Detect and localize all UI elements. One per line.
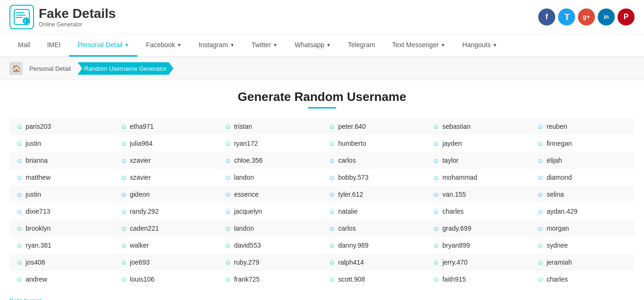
username-item[interactable]: ☺tyler.612 [322,186,426,203]
username-item[interactable]: ☺ralph414 [322,254,426,271]
breadcrumb-home[interactable]: 🏠 [9,62,23,75]
user-icon: ☺ [537,157,543,164]
twitter-icon[interactable]: 𝕋 [558,8,575,25]
svg-rect-3 [16,17,23,18]
username-item[interactable]: ☺frank725 [218,271,322,288]
username-text: finnegan [547,140,572,147]
username-item[interactable]: ☺aydan.429 [530,203,635,220]
username-item[interactable]: ☺mohammad [426,169,531,186]
username-item[interactable]: ☺tristan [218,118,322,135]
username-item[interactable]: ☺jacquelyn [218,203,322,220]
username-item[interactable]: ☺reuben [530,118,635,135]
username-item[interactable]: ☺finnegan [530,135,635,152]
username-item[interactable]: ☺peter.640 [322,118,426,135]
username-item[interactable]: ☺justin [9,135,114,152]
username-item[interactable]: ☺ryan172 [218,135,322,152]
username-text: diamond [547,174,572,181]
username-item[interactable]: ☺danny.989 [322,237,426,254]
username-item[interactable]: ☺elijah [530,152,635,169]
username-item[interactable]: ☺louis106 [114,271,218,288]
username-item[interactable]: ☺jos408 [9,254,114,271]
nav-facebook[interactable]: Facebook ▼ [137,34,190,57]
username-item[interactable]: ☺david553 [218,237,322,254]
username-item[interactable]: ☺scott.908 [322,271,426,288]
user-icon: ☺ [16,258,23,266]
nav-instagram[interactable]: Instagram ▼ [190,34,243,57]
username-item[interactable]: ☺chloe.356 [218,152,322,169]
breadcrumb-random-username: Random Username Generator [77,62,173,75]
username-item[interactable]: ☺carlos [322,152,426,169]
username-item[interactable]: ☺joe693 [114,254,218,271]
username-item[interactable]: ☺diamond [530,169,635,186]
user-icon: ☺ [16,275,23,283]
username-item[interactable]: ☺humberto [322,135,426,152]
username-item[interactable]: ☺faith915 [426,271,531,288]
user-icon: ☺ [224,258,231,266]
nav-hangouts[interactable]: Hangouts ▼ [454,34,506,57]
username-item[interactable]: ☺brianna [9,152,114,169]
nav-text-messenger[interactable]: Text Messenger ▼ [384,34,454,57]
breadcrumb-personal-detail[interactable]: Personal Detail [23,62,77,75]
nav-twitter[interactable]: Twitter ▼ [243,34,286,57]
username-item[interactable]: ☺bobby.573 [322,169,426,186]
username-item[interactable]: ☺landon [218,220,322,237]
user-icon: ☺ [224,242,231,249]
username-item[interactable]: ☺dixie713 [9,203,114,220]
username-item[interactable]: ☺jayden [426,135,531,152]
username-item[interactable]: ☺xzavier [114,169,218,186]
nav-whatsapp[interactable]: Whatsapp ▼ [286,34,339,57]
username-item[interactable]: ☺grady.699 [426,220,531,237]
username-item[interactable]: ☺xzavier [114,152,218,169]
user-icon: ☺ [224,140,231,147]
username-item[interactable]: ☺essence [218,186,322,203]
username-item[interactable]: ☺van.155 [426,186,531,203]
user-icon: ☺ [329,258,335,266]
username-text: scott.908 [338,275,365,283]
username-item[interactable]: ☺bryan899 [426,237,531,254]
username-item[interactable]: ☺ruby.279 [218,254,322,271]
username-item[interactable]: ☺gideon [114,186,218,203]
username-item[interactable]: ☺sydnee [530,237,635,254]
nav-hangouts-arrow: ▼ [492,42,497,48]
nav-imei[interactable]: IMEI [39,34,69,57]
username-item[interactable]: ☺brooklyn [9,220,114,237]
username-text: justin [25,140,41,147]
username-item[interactable]: ☺natalie [322,203,426,220]
username-item[interactable]: ☺morgan [530,220,635,237]
username-item[interactable]: ☺taylor [426,152,531,169]
username-item[interactable]: ☺ryan.381 [9,237,114,254]
username-item[interactable]: ☺charles [426,203,531,220]
username-text: essence [234,191,259,198]
username-item[interactable]: ☺jerry.470 [426,254,531,271]
username-item[interactable]: ☺etha971 [114,118,218,135]
username-item[interactable]: ☺paris203 [9,118,114,135]
username-item[interactable]: ☺julia964 [114,135,218,152]
username-text: matthew [25,174,51,181]
username-text: carlos [338,157,356,164]
data-format-link[interactable]: Data format [9,292,635,300]
nav-telegram[interactable]: Telegram [339,34,384,57]
user-icon: ☺ [329,242,335,249]
username-item[interactable]: ☺sebastian [426,118,531,135]
facebook-icon[interactable]: f [538,8,555,25]
pinterest-icon[interactable]: P [618,8,635,25]
username-item[interactable]: ☺landon [218,169,322,186]
nav-personal-detail-arrow: ▼ [124,42,129,48]
linkedin-icon[interactable]: in [598,8,615,25]
username-item[interactable]: ☺jeramiah [530,254,635,271]
nav-personal-detail[interactable]: Personal Detail ▼ [69,34,137,57]
nav-mail[interactable]: Mail [9,34,39,57]
username-item[interactable]: ☺carlos [322,220,426,237]
username-item[interactable]: ☺matthew [9,169,114,186]
username-item[interactable]: ☺charles [530,271,635,288]
username-item[interactable]: ☺caden221 [114,220,218,237]
googleplus-icon[interactable]: g+ [578,8,595,25]
username-item[interactable]: ☺andrew [9,271,114,288]
user-icon: ☺ [16,157,23,164]
username-item[interactable]: ☺randy.292 [114,203,218,220]
username-item[interactable]: ☺walker [114,237,218,254]
user-icon: ☺ [120,157,127,164]
username-item[interactable]: ☺justin [9,186,114,203]
username-item[interactable]: ☺selina [530,186,635,203]
username-text: tristan [234,123,252,130]
